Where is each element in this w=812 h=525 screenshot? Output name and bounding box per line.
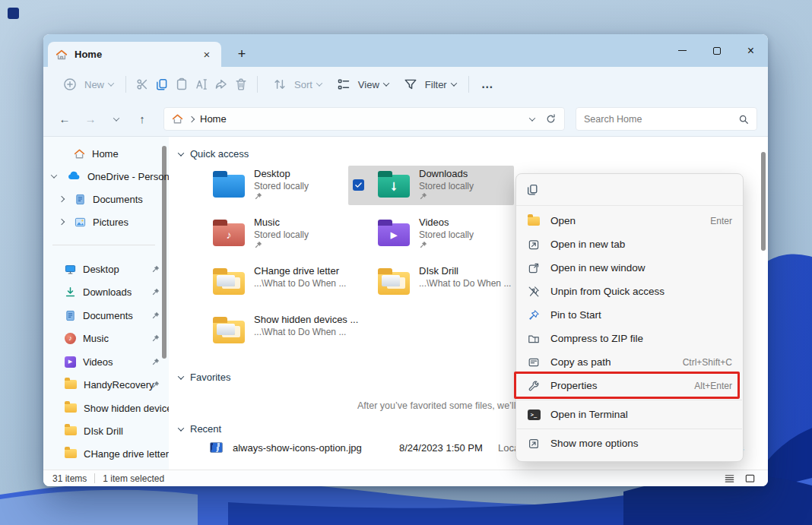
terminal-icon: >_ bbox=[528, 410, 541, 420]
menu-item-open-in-new-tab[interactable]: Open in new tab bbox=[516, 232, 743, 256]
forward-button[interactable]: → bbox=[80, 109, 101, 130]
copy-button[interactable] bbox=[152, 74, 172, 94]
sidebar-item-downloads[interactable]: Downloads bbox=[43, 281, 169, 302]
refresh-button[interactable] bbox=[545, 113, 557, 125]
tab-home[interactable]: Home × bbox=[48, 42, 221, 67]
sidebar-item-home[interactable]: Home bbox=[43, 143, 169, 164]
see-more-button[interactable]: … bbox=[475, 77, 500, 91]
sidebar-item-documents-pinned[interactable]: Documents bbox=[43, 305, 169, 326]
sidebar-item-change-drive-letter[interactable]: CHange drive letter bbox=[43, 443, 169, 464]
tile-name: CHange drive letter bbox=[254, 264, 346, 277]
filter-button[interactable]: Filter bbox=[395, 74, 462, 94]
image-file-icon bbox=[210, 442, 223, 453]
command-bar: New bbox=[43, 67, 768, 102]
sidebar-item-videos[interactable]: ▶ Videos bbox=[43, 351, 169, 372]
up-icon: ↑ bbox=[139, 112, 145, 125]
large-icons-view-button[interactable] bbox=[744, 473, 756, 484]
breadcrumb[interactable]: Home bbox=[163, 107, 565, 131]
new-window-icon bbox=[527, 262, 541, 274]
sidebar-divider bbox=[52, 245, 155, 245]
filter-icon bbox=[401, 74, 420, 94]
search-input[interactable] bbox=[584, 114, 732, 125]
sidebar-item-handyrecovery[interactable]: HandyRecovery bbox=[43, 374, 169, 395]
section-favorites[interactable]: Favorites bbox=[179, 372, 230, 383]
menu-item-pin-to-start[interactable]: Pin to Start bbox=[516, 303, 743, 327]
chevron-down-icon[interactable] bbox=[178, 150, 184, 156]
menu-item-unpin-from-quick-access[interactable]: Unpin from Quick access bbox=[516, 280, 743, 303]
menu-item-properties[interactable]: Properties Alt+Enter bbox=[516, 374, 743, 397]
section-quick-access[interactable]: Quick access bbox=[179, 148, 249, 160]
search-box[interactable] bbox=[576, 107, 757, 131]
sidebar-item-desktop[interactable]: Desktop bbox=[43, 258, 169, 280]
view-button[interactable]: View bbox=[328, 74, 395, 94]
menu-item-label: Unpin from Quick access bbox=[550, 286, 665, 297]
tile-subtitle: Stored locally bbox=[254, 180, 309, 192]
delete-icon bbox=[234, 77, 248, 91]
sidebar-item-disk-drill[interactable]: DIsk Drill bbox=[43, 420, 169, 441]
sidebar-item-pictures[interactable]: Pictures bbox=[43, 211, 169, 232]
paste-button[interactable] bbox=[172, 74, 192, 94]
tile-name: Music bbox=[254, 216, 309, 229]
tile-show-hidden-devices[interactable]: Show hidden devices ... ...\What to Do W… bbox=[213, 313, 374, 343]
recent-file-date: 8/24/2023 1:50 PM bbox=[399, 442, 483, 454]
delete-button[interactable] bbox=[231, 74, 251, 94]
new-button[interactable]: New bbox=[54, 74, 119, 94]
cut-button[interactable] bbox=[132, 74, 152, 94]
close-button[interactable]: × bbox=[734, 34, 768, 67]
sidebar-item-show-hidden-devices[interactable]: Show hidden devices bbox=[43, 397, 169, 419]
pin-icon bbox=[151, 334, 160, 343]
maximize-button[interactable] bbox=[699, 34, 734, 67]
new-tab-button[interactable]: + bbox=[230, 42, 253, 67]
chevron-down-icon[interactable] bbox=[178, 425, 184, 431]
menu-item-open-in-new-window[interactable]: Open in new window bbox=[516, 256, 743, 280]
pin-icon bbox=[151, 288, 160, 296]
tile-subtitle: Stored locally bbox=[419, 180, 474, 192]
sort-button[interactable]: Sort bbox=[264, 74, 328, 94]
maximize-icon bbox=[713, 47, 721, 55]
menu-item-open-in-terminal[interactable]: >_ Open in Terminal bbox=[516, 403, 743, 426]
tile-name: Show hidden devices ... bbox=[254, 313, 358, 326]
menu-item-label: Show more options bbox=[550, 438, 639, 449]
rename-icon bbox=[195, 77, 208, 91]
tile-desktop[interactable]: Desktop Stored locally bbox=[213, 167, 374, 201]
item-count: 31 items bbox=[52, 473, 87, 484]
menu-item-compress-to-zip[interactable]: Compress to ZIP file bbox=[516, 327, 743, 350]
chevron-right-icon[interactable] bbox=[59, 196, 65, 202]
chevron-down-icon bbox=[113, 115, 119, 121]
sidebar-item-label: Desktop bbox=[83, 264, 119, 275]
menu-item-show-more-options[interactable]: Show more options bbox=[516, 432, 743, 455]
sidebar-item-music[interactable]: ♪ Music bbox=[43, 327, 169, 349]
search-icon bbox=[738, 114, 749, 125]
breadcrumb-item-home[interactable]: Home bbox=[200, 113, 227, 125]
share-button[interactable] bbox=[211, 74, 231, 94]
download-icon bbox=[65, 286, 76, 298]
menu-item-open[interactable]: Open Enter bbox=[516, 209, 743, 232]
tile-music[interactable]: ♪ Music Stored locally bbox=[213, 216, 374, 249]
sidebar-item-onedrive[interactable]: OneDrive - Personal bbox=[43, 166, 169, 187]
details-view-button[interactable] bbox=[724, 473, 735, 484]
chevron-right-icon[interactable] bbox=[59, 219, 65, 225]
music-folder-icon: ♪ bbox=[213, 223, 245, 246]
tile-change-drive-letter[interactable]: CHange drive letter ...\What to Do When … bbox=[213, 264, 374, 295]
chevron-down-icon[interactable] bbox=[51, 172, 57, 178]
content-scrollbar[interactable] bbox=[761, 152, 766, 251]
onedrive-cloud-icon bbox=[67, 169, 81, 183]
menu-item-label: Pin to Start bbox=[550, 309, 601, 321]
sidebar-item-documents[interactable]: Documents bbox=[43, 188, 169, 210]
close-tab-icon[interactable]: × bbox=[200, 48, 214, 61]
copy-icon bbox=[155, 77, 169, 91]
status-divider bbox=[94, 473, 95, 483]
copy-button[interactable] bbox=[526, 183, 539, 196]
chevron-down-icon bbox=[383, 80, 389, 86]
section-recent[interactable]: Recent bbox=[179, 423, 221, 435]
more-icon: … bbox=[481, 77, 494, 91]
up-button[interactable]: ↑ bbox=[132, 109, 153, 130]
recent-locations-button[interactable] bbox=[106, 109, 127, 130]
menu-item-copy-as-path[interactable]: Copy as path Ctrl+Shift+C bbox=[516, 350, 743, 374]
minimize-button[interactable] bbox=[665, 34, 699, 67]
chevron-down-icon[interactable] bbox=[178, 373, 184, 379]
titlebar[interactable]: Home × + × bbox=[43, 34, 768, 67]
address-dropdown-icon[interactable] bbox=[529, 115, 535, 121]
back-button[interactable]: ← bbox=[54, 109, 75, 130]
rename-button[interactable] bbox=[192, 74, 211, 94]
